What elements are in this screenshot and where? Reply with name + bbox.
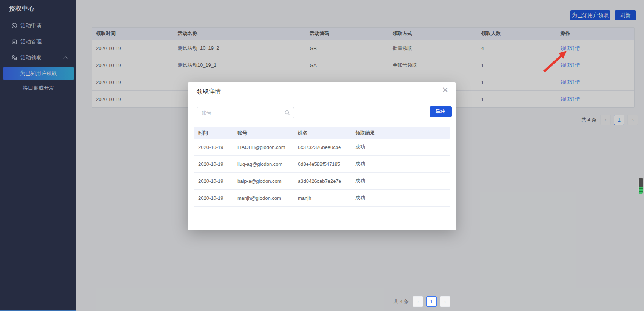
table-row: 2020-10-19 liuq-ag@glodon.com 0d8e4e588f… <box>194 156 450 173</box>
cell-result: 成功 <box>351 195 450 201</box>
account-search-input[interactable] <box>197 107 294 118</box>
cell-date: 2020-10-19 <box>194 178 233 184</box>
pagination-total: 共 4 条 <box>394 298 409 305</box>
cell-account: LIAOLH@glodon.com <box>233 144 293 150</box>
cell-name: a3d8426cab7e2e7e <box>293 178 351 184</box>
cell-name: 0c3732376bee0cbe <box>293 144 351 150</box>
search-icon <box>284 110 290 117</box>
cell-date: 2020-10-19 <box>194 195 233 201</box>
column-header: 姓名 <box>293 130 351 136</box>
table-row: 2020-10-19 baip-a@glodon.com a3d8426cab7… <box>194 173 450 190</box>
next-page-button[interactable]: › <box>440 296 450 307</box>
modal-pagination: 共 4 条 ‹ 1 › <box>394 296 450 307</box>
claim-detail-modal: 领取详情 ✕ 导出 时间 账号 姓名 领取结果 2020-10-19 LIAOL… <box>188 82 456 230</box>
scrollbar-thumb[interactable] <box>638 177 644 195</box>
modal-title: 领取详情 <box>197 88 221 96</box>
cell-account: liuq-ag@glodon.com <box>233 161 293 167</box>
cell-date: 2020-10-19 <box>194 161 233 167</box>
cell-account: manjh@glodon.com <box>233 195 293 201</box>
claim-detail-table: 时间 账号 姓名 领取结果 2020-10-19 LIAOLH@glodon.c… <box>194 127 450 207</box>
recorder-progress <box>639 187 643 194</box>
cell-result: 成功 <box>351 144 450 150</box>
account-search <box>197 107 294 118</box>
column-header: 领取结果 <box>351 130 450 136</box>
cell-account: baip-a@glodon.com <box>233 178 293 184</box>
export-button[interactable]: 导出 <box>430 106 452 117</box>
claim-detail-table-header: 时间 账号 姓名 领取结果 <box>194 127 450 139</box>
cell-result: 成功 <box>351 178 450 184</box>
close-icon[interactable]: ✕ <box>442 86 448 94</box>
page-number-button[interactable]: 1 <box>426 296 437 307</box>
column-header: 账号 <box>233 130 293 136</box>
screen: 授权中心 活动申请 活动管理 活动领取 为已知用户领取 接口集成开发 <box>0 0 644 311</box>
prev-page-button[interactable]: ‹ <box>413 296 423 307</box>
column-header: 时间 <box>194 130 233 136</box>
cell-name: manjh <box>293 195 351 201</box>
cell-date: 2020-10-19 <box>194 144 233 150</box>
cell-name: 0d8e4e588f547185 <box>293 161 351 167</box>
table-row: 2020-10-19 manjh@glodon.com manjh 成功 <box>194 190 450 207</box>
table-row: 2020-10-19 LIAOLH@glodon.com 0c3732376be… <box>194 139 450 156</box>
cell-result: 成功 <box>351 161 450 167</box>
